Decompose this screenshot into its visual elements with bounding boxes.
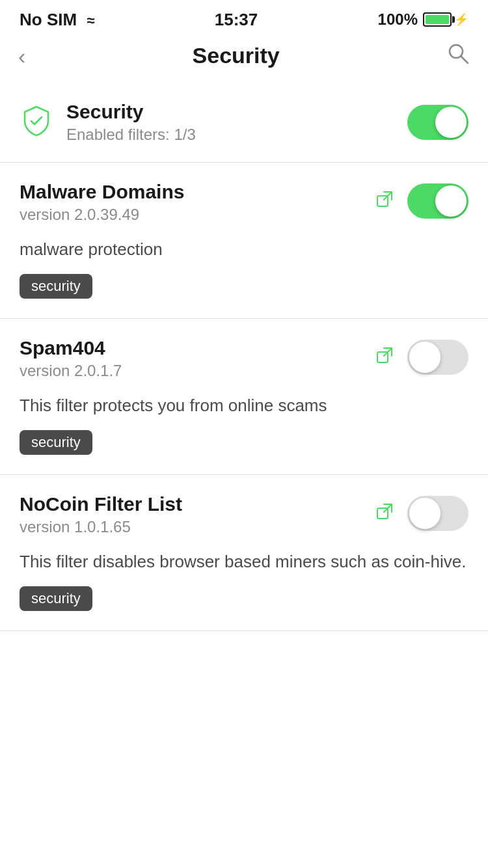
nav-bar: ‹ Security [0, 35, 488, 83]
filter-card: NoCoin Filter List version 1.0.1.65 This… [0, 475, 488, 631]
svg-point-0 [450, 45, 463, 58]
filter-tag: security [20, 430, 92, 455]
back-button[interactable]: ‹ [18, 45, 25, 67]
filter-cards-list: Malware Domains version 2.0.39.49 malwar… [0, 163, 488, 631]
filter-actions [375, 496, 468, 531]
filter-title-area: Malware Domains version 2.0.39.49 [20, 181, 375, 224]
filter-card: Spam404 version 2.0.1.7 This filter prot… [0, 319, 488, 475]
shield-icon [20, 104, 53, 141]
battery-icon: ⚡ [423, 12, 468, 27]
filter-card-header: Spam404 version 2.0.1.7 [20, 337, 468, 380]
security-title: Security [66, 101, 196, 123]
security-master-toggle[interactable] [407, 105, 468, 140]
external-link-icon[interactable] [375, 346, 394, 370]
filter-toggle[interactable] [407, 496, 468, 531]
security-subtitle: Enabled filters: 1/3 [66, 126, 196, 144]
battery-area: 100% ⚡ [378, 10, 468, 29]
time-label: 15:37 [215, 10, 258, 30]
filter-name: Malware Domains [20, 181, 375, 203]
bolt-icon: ⚡ [454, 12, 468, 27]
filter-title-area: NoCoin Filter List version 1.0.1.65 [20, 493, 375, 536]
svg-line-1 [461, 57, 468, 63]
search-button[interactable] [446, 42, 470, 70]
filter-version: version 2.0.1.7 [20, 362, 375, 380]
filter-name: NoCoin Filter List [20, 493, 375, 515]
filter-description: malware protection [20, 237, 468, 262]
security-section-header: Security Enabled filters: 1/3 [0, 83, 488, 163]
filter-card-header: NoCoin Filter List version 1.0.1.65 [20, 493, 468, 536]
battery-percent-label: 100% [378, 10, 418, 29]
filter-toggle[interactable] [407, 183, 468, 219]
filter-version: version 2.0.39.49 [20, 206, 375, 224]
filter-name: Spam404 [20, 337, 375, 359]
filter-tag: security [20, 274, 92, 299]
filter-version: version 1.0.1.65 [20, 518, 375, 536]
page-title: Security [193, 43, 280, 68]
external-link-icon[interactable] [375, 502, 394, 526]
filter-card: Malware Domains version 2.0.39.49 malwar… [0, 163, 488, 319]
filter-tag: security [20, 586, 92, 611]
carrier-label: No SIM ≈ [20, 10, 94, 30]
status-bar: No SIM ≈ 15:37 100% ⚡ [0, 0, 488, 35]
filter-actions [375, 183, 468, 219]
filter-title-area: Spam404 version 2.0.1.7 [20, 337, 375, 380]
external-link-icon[interactable] [375, 189, 394, 213]
security-header-text: Security Enabled filters: 1/3 [66, 101, 196, 144]
filter-actions [375, 340, 468, 375]
filter-card-header: Malware Domains version 2.0.39.49 [20, 181, 468, 224]
filter-description: This filter protects you from online sca… [20, 393, 468, 418]
filter-toggle[interactable] [407, 340, 468, 375]
filter-description: This filter disables browser based miner… [20, 549, 468, 575]
